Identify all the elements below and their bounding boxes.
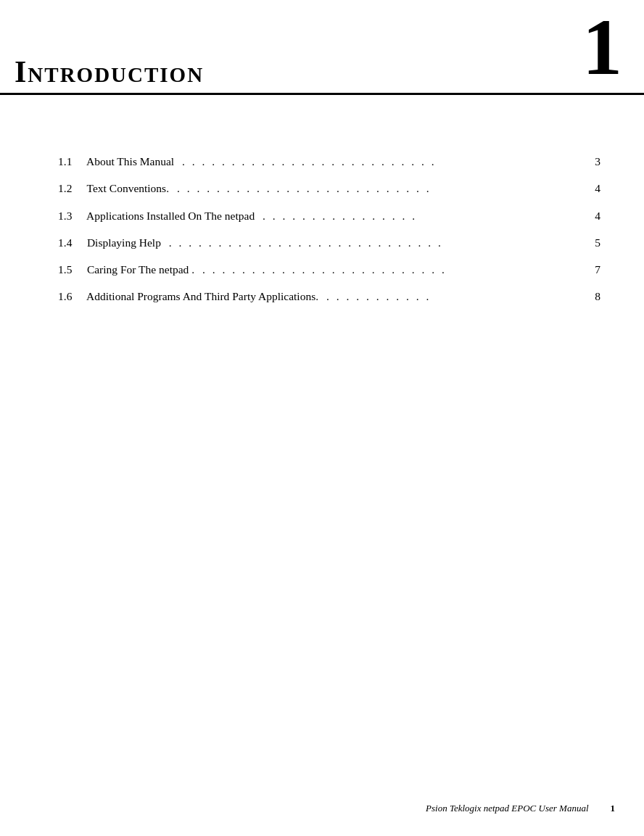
toc-dots-4: . . . . . . . . . . . . . . . . . . . . … <box>164 234 583 251</box>
toc-number-1: 1.1 <box>58 153 84 170</box>
toc-title-2: Text Conventions. <box>84 180 169 196</box>
toc-entry-5: 1.5 Caring For The netpad . . . . . . . … <box>58 261 600 278</box>
toc-entry-1: 1.1 About This Manual . . . . . . . . . … <box>58 153 600 170</box>
toc-page-4: 5 <box>586 234 600 251</box>
page: Introduction 1 1.1 About This Manual . .… <box>0 0 644 836</box>
toc-content: 1.1 About This Manual . . . . . . . . . … <box>0 95 644 344</box>
toc-page-2: 4 <box>586 180 600 196</box>
footer-page-number: 1 <box>611 803 616 814</box>
toc-entry-2: 1.2 Text Conventions. . . . . . . . . . … <box>58 180 600 196</box>
chapter-title: Introduction <box>15 57 204 87</box>
toc-entry-6: 1.6 Additional Programs And Third Party … <box>58 288 600 305</box>
toc-number-4: 1.4 <box>58 234 84 251</box>
toc-title-3: Applications Installed On The netpad <box>84 207 255 224</box>
toc-dots-5: . . . . . . . . . . . . . . . . . . . . … <box>197 261 583 278</box>
toc-number-3: 1.3 <box>58 207 84 224</box>
chapter-number-block: 1 <box>582 7 629 87</box>
page-footer: Psion Teklogix netpad EPOC User Manual 1 <box>0 803 644 814</box>
chapter-header: Introduction 1 <box>0 0 644 95</box>
toc-title-5: Caring For The netpad . <box>84 261 194 278</box>
toc-entry-4: 1.4 Displaying Help . . . . . . . . . . … <box>58 234 600 251</box>
toc-title-1: About This Manual <box>84 153 174 170</box>
toc-number-6: 1.6 <box>58 288 84 305</box>
toc-page-5: 7 <box>586 261 600 278</box>
toc-page-1: 3 <box>586 153 600 170</box>
toc-number-2: 1.2 <box>58 180 84 196</box>
toc-number-5: 1.5 <box>58 261 84 278</box>
toc-title-4: Displaying Help <box>84 234 161 251</box>
footer-title: Psion Teklogix netpad EPOC User Manual <box>426 803 588 814</box>
toc-dots-3: . . . . . . . . . . . . . . . . <box>257 207 583 224</box>
toc-page-3: 4 <box>586 207 600 224</box>
chapter-number: 1 <box>582 7 622 87</box>
toc-dots-1: . . . . . . . . . . . . . . . . . . . . … <box>177 153 583 170</box>
toc-entry-3: 1.3 Applications Installed On The netpad… <box>58 207 600 224</box>
toc-page-6: 8 <box>586 288 600 305</box>
toc-title-6: Additional Programs And Third Party Appl… <box>84 288 318 305</box>
toc-dots-2: . . . . . . . . . . . . . . . . . . . . … <box>172 180 583 196</box>
toc-dots-6: . . . . . . . . . . . <box>321 288 583 305</box>
chapter-title-block: Introduction <box>15 57 204 87</box>
